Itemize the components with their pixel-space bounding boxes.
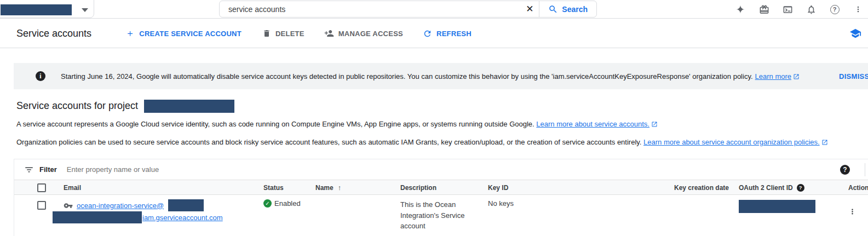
status-cell: ✓ Enabled: [263, 199, 315, 208]
project-name-redacted: [1, 4, 72, 15]
service-account-email-link[interactable]: iam.gserviceaccount.com: [142, 212, 223, 223]
banner-text: Starting June 16, 2024, Google will auto…: [61, 72, 800, 80]
search-button-label: Search: [562, 5, 588, 14]
more-vertical-icon[interactable]: [853, 4, 864, 15]
service-account-key-icon: [64, 201, 73, 210]
learn-more-service-accounts-link[interactable]: Learn more about service accounts.: [536, 120, 649, 128]
search-button[interactable]: Search: [539, 1, 596, 17]
email-cell: ocean-integration-service@ iam.gservicea…: [64, 199, 263, 223]
refresh-icon: [423, 29, 432, 38]
banner-learn-more-link[interactable]: Learn more: [755, 72, 791, 80]
sort-ascending-icon[interactable]: ↑: [338, 183, 342, 192]
notification-banner: i Starting June 16, 2024, Google will au…: [14, 63, 868, 89]
status-enabled-icon: ✓: [263, 199, 272, 208]
external-link-icon: [793, 73, 800, 80]
project-id-redacted: [144, 100, 234, 113]
column-header-name[interactable]: Name ↑: [315, 180, 400, 195]
table-header-row: Email Status Name ↑ Description Key ID K…: [14, 180, 868, 195]
filter-help-icon[interactable]: ?: [840, 165, 850, 175]
delete-button[interactable]: DELETE: [262, 29, 304, 38]
row-checkbox[interactable]: [37, 201, 46, 210]
dismiss-button[interactable]: DISMISS: [839, 72, 868, 80]
filter-icon: [24, 165, 34, 175]
status-label: Enabled: [274, 199, 301, 208]
create-service-account-label: CREATE SERVICE ACCOUNT: [139, 30, 242, 38]
person-add-icon: [324, 28, 334, 38]
org-policy-paragraph: Organization policies can be used to sec…: [16, 138, 868, 146]
key-id-cell: No keys: [488, 199, 674, 208]
filter-label: Filter: [39, 165, 57, 174]
manage-access-button[interactable]: MANAGE ACCESS: [324, 28, 403, 38]
project-selector[interactable]: [0, 0, 94, 18]
filter-input[interactable]: [67, 165, 840, 174]
column-header-key-creation-date[interactable]: Key creation date: [674, 180, 739, 195]
column-header-oauth2-client-id[interactable]: OAuth 2 Client ID ?: [739, 180, 848, 195]
notifications-bell-icon[interactable]: [806, 4, 817, 15]
email-redacted-part: [168, 199, 204, 211]
trash-icon: [262, 29, 271, 38]
plus-icon: ＋: [125, 27, 135, 39]
topbar-icon-group: ?: [735, 0, 864, 19]
help-icon[interactable]: ?: [829, 4, 840, 15]
service-account-email-link[interactable]: ocean-integration-service@: [77, 200, 164, 211]
column-header-key-id[interactable]: Key ID: [488, 180, 674, 195]
info-icon: i: [36, 71, 45, 81]
table-filter-bar: Filter ?: [14, 159, 868, 180]
select-all-checkbox[interactable]: [37, 183, 46, 192]
search-input[interactable]: [220, 5, 520, 14]
caret-down-icon: [82, 8, 88, 12]
column-header-email[interactable]: Email: [64, 180, 263, 195]
actions-cell: [848, 199, 868, 224]
oauth2-client-id-cell: [739, 199, 848, 213]
gift-icon[interactable]: [758, 4, 769, 15]
search-icon: [548, 4, 558, 14]
education-cap-icon[interactable]: [849, 27, 861, 39]
oauth2-client-id-redacted: [739, 200, 815, 213]
column-header-actions: Actions: [848, 180, 868, 195]
manage-access-label: MANAGE ACCESS: [338, 30, 403, 38]
create-service-account-button[interactable]: ＋ CREATE SERVICE ACCOUNT: [125, 28, 242, 39]
divider: [865, 163, 865, 176]
external-link-icon: [821, 139, 828, 146]
row-actions-menu-icon[interactable]: [847, 198, 868, 225]
cloud-shell-icon[interactable]: [782, 4, 793, 15]
close-icon[interactable]: ✕: [520, 1, 539, 17]
column-header-status[interactable]: Status: [263, 180, 315, 195]
gemini-sparkle-icon[interactable]: [735, 4, 746, 15]
refresh-label: REFRESH: [436, 30, 472, 38]
global-search: ✕ Search: [219, 1, 597, 18]
refresh-button[interactable]: REFRESH: [423, 29, 472, 38]
oauth2-help-icon[interactable]: ?: [797, 184, 804, 192]
table-row: ocean-integration-service@ iam.gservicea…: [14, 195, 868, 236]
page-title: Service accounts: [16, 28, 91, 39]
description-cell: This is the Ocean Integration's Service …: [400, 199, 488, 232]
top-app-bar: ✕ Search ?: [0, 0, 868, 19]
service-accounts-table: Filter ? Email Status Name ↑ Description…: [14, 159, 868, 236]
delete-label: DELETE: [275, 30, 304, 38]
email-redacted-part: [53, 211, 142, 223]
column-header-description[interactable]: Description: [400, 180, 488, 195]
learn-more-org-policies-link[interactable]: Learn more about service account organiz…: [643, 138, 820, 146]
intro-paragraph: A service account represents a Google Cl…: [16, 120, 868, 128]
page-action-bar: Service accounts ＋ CREATE SERVICE ACCOUN…: [0, 19, 868, 48]
external-link-icon: [651, 121, 658, 128]
